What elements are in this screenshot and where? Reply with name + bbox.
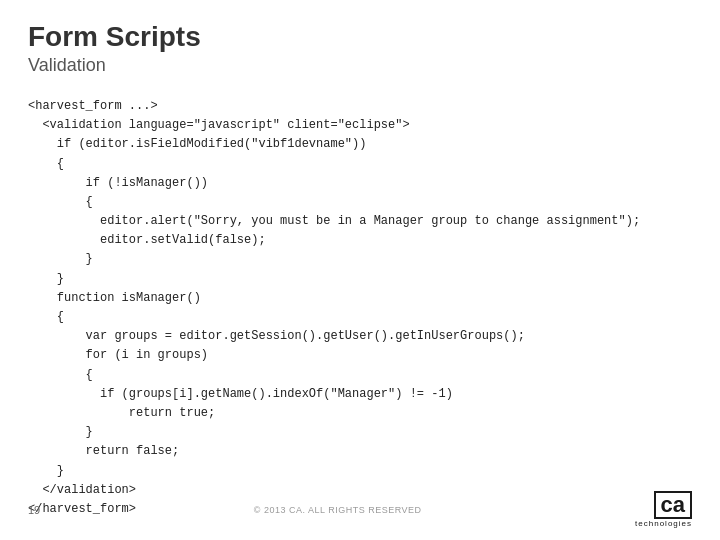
code-line: }: [28, 270, 692, 289]
code-line: if (groups[i].getName().indexOf("Manager…: [28, 385, 692, 404]
code-line: for (i in groups): [28, 346, 692, 365]
code-line: }: [28, 423, 692, 442]
code-line: editor.alert("Sorry, you must be in a Ma…: [28, 212, 692, 231]
code-line: {: [28, 366, 692, 385]
logo-tech-text: technologies: [635, 519, 692, 528]
code-line: {: [28, 308, 692, 327]
code-line: {: [28, 155, 692, 174]
main-title: Form Scripts: [28, 20, 692, 54]
footer: 19 © 2013 CA. ALL RIGHTS RESERVED ca tec…: [0, 491, 720, 528]
code-section: <harvest_form ...> <validation language=…: [0, 87, 720, 529]
code-line: var groups = editor.getSession().getUser…: [28, 327, 692, 346]
footer-copyright: © 2013 CA. ALL RIGHTS RESERVED: [254, 505, 422, 515]
logo-ca-text: ca: [654, 491, 692, 519]
code-line: if (editor.isFieldModified("vibf1devname…: [28, 135, 692, 154]
code-line: if (!isManager()): [28, 174, 692, 193]
code-line: }: [28, 250, 692, 269]
code-line: <harvest_form ...>: [28, 97, 692, 116]
footer-logo: ca technologies: [635, 491, 692, 528]
code-line: return true;: [28, 404, 692, 423]
code-line: {: [28, 193, 692, 212]
page-container: Form Scripts Validation <harvest_form ..…: [0, 0, 720, 540]
footer-page-number: 19: [28, 504, 40, 516]
code-line: <validation language="javascript" client…: [28, 116, 692, 135]
code-line: }: [28, 462, 692, 481]
code-line: return false;: [28, 442, 692, 461]
code-line: editor.setValid(false);: [28, 231, 692, 250]
header-section: Form Scripts Validation: [0, 0, 720, 87]
sub-title: Validation: [28, 54, 692, 77]
code-line: function isManager(): [28, 289, 692, 308]
